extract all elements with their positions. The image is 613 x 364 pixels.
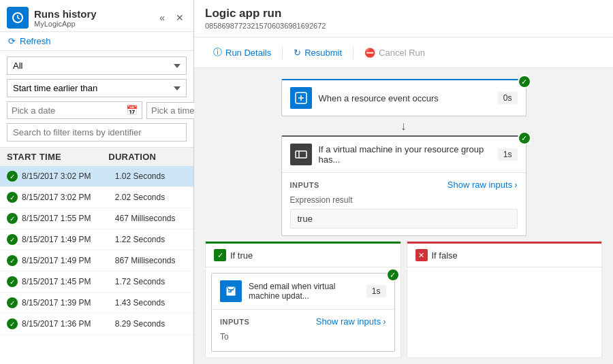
branch-false: ✕ If false [407, 242, 603, 358]
action-node-header: Send email when virtual machine updat...… [212, 274, 394, 309]
runs-list: ✓ 8/15/2017 3:02 PM 1.02 Seconds ✓ 8/15/… [0, 166, 193, 364]
run-start-time: 8/15/2017 1:55 PM [22, 214, 115, 223]
action-inputs-label: INPUTS [220, 318, 249, 326]
condition-node[interactable]: If a virtual machine in your resource gr… [281, 135, 526, 236]
condition-icon [294, 148, 308, 161]
left-panel: Runs history MyLogicApp « ✕ ⟳ Refresh Al… [0, 0, 194, 364]
toolbar-separator-2 [353, 46, 353, 59]
run-row[interactable]: ✓ 8/15/2017 1:36 PM 8.29 Seconds [0, 314, 193, 335]
refresh-label: Refresh [20, 36, 51, 46]
trigger-label: When a resource event occurs [319, 93, 492, 103]
calendar-icon[interactable]: 📅 [126, 105, 138, 116]
trigger-success-check: ✓ [518, 75, 531, 88]
action-show-raw[interactable]: Show raw inputs › [316, 316, 386, 327]
condition-expr-value: true [290, 209, 518, 229]
run-row[interactable]: ✓ 8/15/2017 1:45 PM 1.72 Seconds [0, 271, 193, 293]
refresh-icon: ⟳ [8, 36, 16, 46]
flow-container: When a resource event occurs 0s ✓ ↓ If [205, 79, 602, 358]
chevron-right-icon: › [514, 180, 517, 190]
action-icon-wrap [220, 280, 242, 302]
condition-success-check: ✓ [518, 131, 531, 145]
run-row[interactable]: ✓ 8/15/2017 3:02 PM 2.02 Seconds [0, 187, 193, 208]
action-duration: 1s [366, 285, 386, 297]
branches-row: ✓ If true [205, 242, 602, 358]
cancel-run-icon: ⛔ [364, 48, 375, 58]
date-input-wrap: 📅 [7, 101, 142, 119]
run-row[interactable]: ✓ 8/15/2017 3:02 PM 1.02 Seconds [0, 166, 193, 187]
condition-node-header: If a virtual machine in your resource gr… [282, 137, 526, 172]
condition-icon-wrap [290, 144, 312, 165]
search-input[interactable] [7, 123, 187, 142]
condition-label: If a virtual machine in your resource gr… [319, 144, 492, 165]
resubmit-label: Resubmit [304, 48, 342, 58]
branch-true-header: ✓ If true [206, 244, 400, 267]
col-start-time-header: START TIME [7, 152, 108, 162]
run-details-button[interactable]: ⓘ Run Details [205, 43, 279, 62]
toolbar-separator-1 [282, 46, 283, 59]
right-header: Logic app run 08586987723215706036981692… [194, 0, 613, 37]
panel-title-group: Runs history MyLogicApp [34, 8, 97, 28]
action-success-check: ✓ [386, 268, 400, 282]
run-duration: 1.02 Seconds [115, 171, 187, 181]
trigger-duration: 0s [498, 92, 518, 104]
app-icon [7, 7, 29, 29]
run-success-icon: ✓ [7, 276, 18, 287]
run-row[interactable]: ✓ 8/15/2017 1:49 PM 1.22 Seconds [0, 229, 193, 250]
run-duration: 467 Milliseconds [115, 214, 187, 223]
date-row: 📅 [7, 101, 187, 119]
trigger-icon-wrap [290, 87, 312, 109]
branch-true: ✓ If true [205, 242, 401, 358]
run-start-time: 8/15/2017 1:45 PM [22, 277, 115, 286]
chevron-right-icon-2: › [383, 316, 386, 327]
run-duration: 8.29 Seconds [115, 319, 187, 329]
arrow-down-1: ↓ [400, 116, 407, 135]
filter-section: All Start time earlier than 📅 [0, 51, 193, 148]
trigger-node[interactable]: When a resource event occurs 0s ✓ [281, 79, 526, 116]
run-row[interactable]: ✓ 8/15/2017 1:39 PM 1.43 Seconds [0, 293, 193, 314]
condition-show-raw[interactable]: Show raw inputs › [447, 180, 518, 190]
run-row[interactable]: ✓ 8/15/2017 1:49 PM 867 Milliseconds [0, 250, 193, 271]
run-duration: 1.72 Seconds [115, 277, 187, 286]
run-start-time: 8/15/2017 1:49 PM [22, 256, 115, 265]
run-start-time: 8/15/2017 1:36 PM [22, 319, 115, 329]
cancel-run-button[interactable]: ⛔ Cancel Run [356, 44, 433, 61]
condition-duration: 1s [498, 148, 518, 161]
run-start-time: 8/15/2017 1:49 PM [22, 235, 115, 244]
run-success-icon: ✓ [7, 234, 18, 245]
action-label: Send email when virtual machine updat... [249, 282, 361, 301]
condition-node-body: INPUTS Show raw inputs › Expression resu… [282, 172, 526, 235]
run-row[interactable]: ✓ 8/15/2017 1:55 PM 467 Milliseconds [0, 208, 193, 229]
run-success-icon: ✓ [7, 318, 18, 329]
canvas-area: When a resource event occurs 0s ✓ ↓ If [194, 68, 613, 364]
run-duration: 867 Milliseconds [115, 256, 187, 265]
start-time-filter[interactable]: Start time earlier than [7, 79, 187, 97]
run-start-time: 8/15/2017 1:39 PM [22, 298, 115, 308]
panel-subtitle: MyLogicApp [34, 20, 97, 28]
resubmit-icon: ↻ [294, 48, 301, 58]
cancel-run-label: Cancel Run [379, 48, 425, 58]
right-subtitle: 08586987723215706036981692672 [205, 22, 602, 30]
run-duration: 1.43 Seconds [115, 298, 187, 308]
branch-false-icon: ✕ [415, 249, 428, 261]
right-title: Logic app run [205, 7, 602, 20]
action-node[interactable]: Send email when virtual machine updat...… [211, 273, 395, 352]
run-duration: 1.22 Seconds [115, 235, 187, 244]
panel-title: Runs history [34, 8, 97, 20]
collapse-button[interactable]: « [157, 11, 168, 24]
run-success-icon: ✓ [7, 213, 18, 224]
resubmit-button[interactable]: ↻ Resubmit [285, 44, 350, 61]
trigger-icon [294, 91, 308, 105]
refresh-button[interactable]: ⟳ Refresh [0, 32, 193, 51]
run-success-icon: ✓ [7, 255, 18, 266]
date-input[interactable] [12, 105, 126, 116]
branch-false-header: ✕ If false [407, 244, 602, 267]
run-details-label: Run Details [225, 48, 271, 58]
col-duration-header: DURATION [108, 152, 187, 162]
run-start-time: 8/15/2017 3:02 PM [22, 171, 115, 181]
status-filter[interactable]: All [7, 56, 187, 75]
action-inputs-header: INPUTS Show raw inputs › [220, 316, 386, 327]
panel-header-right: « ✕ [157, 11, 187, 24]
panel-header: Runs history MyLogicApp « ✕ [0, 0, 193, 32]
condition-inputs-header: INPUTS Show raw inputs › [290, 180, 518, 190]
close-button[interactable]: ✕ [173, 11, 187, 24]
